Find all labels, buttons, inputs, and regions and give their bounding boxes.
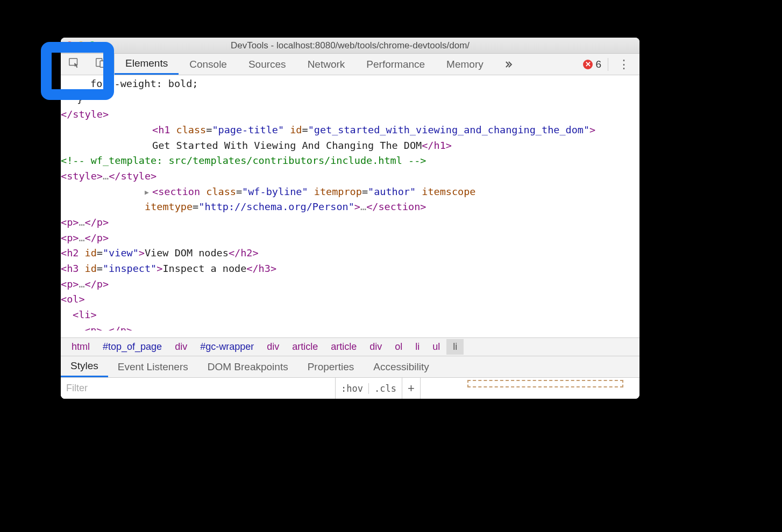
h3-node[interactable]: <h3 id="inspect">Inspect a node</h3> xyxy=(61,261,639,277)
svg-rect-2 xyxy=(100,61,105,67)
close-window-button[interactable] xyxy=(66,41,73,48)
p-node-2[interactable]: ▶<p>…</p> xyxy=(61,231,639,246)
box-model-margin-outline xyxy=(467,380,623,387)
divider xyxy=(608,58,608,71)
inspect-element-icon[interactable] xyxy=(68,57,80,71)
crumb-article-1[interactable]: article xyxy=(286,339,324,355)
crumb-ol[interactable]: ol xyxy=(388,339,409,355)
collapse-icon[interactable]: ▼ xyxy=(65,310,73,321)
tab-performance[interactable]: Performance xyxy=(356,54,436,75)
crumb-div-2[interactable]: div xyxy=(260,339,286,355)
crumb-gc-wrapper[interactable]: #gc-wrapper xyxy=(194,339,260,355)
window-title: DevTools - localhost:8080/web/tools/chro… xyxy=(231,40,470,51)
inspect-tools xyxy=(61,54,115,75)
tab-console[interactable]: Console xyxy=(179,54,238,75)
li-node[interactable]: ▼<li> xyxy=(61,307,639,323)
crumb-div-1[interactable]: div xyxy=(168,339,194,355)
p-node-1[interactable]: ▶<p>…</p> xyxy=(61,215,639,231)
tab-network[interactable]: Network xyxy=(297,54,356,75)
settings-menu-icon[interactable]: ⋮ xyxy=(615,57,633,71)
crumb-li-2[interactable]: li xyxy=(446,339,464,355)
close-style-tag: </style> xyxy=(61,109,109,120)
window-titlebar: DevTools - localhost:8080/web/tools/chro… xyxy=(61,38,639,54)
expand-icon[interactable]: ▶ xyxy=(145,187,152,198)
toolbar-right: ✕ 6 ⋮ xyxy=(583,57,639,71)
tab-dom-breakpoints[interactable]: DOM Breakpoints xyxy=(198,356,298,377)
tab-properties[interactable]: Properties xyxy=(298,356,364,377)
crumb-top-of-page[interactable]: #top_of_page xyxy=(96,339,168,355)
section-node[interactable]: ▶<section class="wf-byline" itemprop="au… xyxy=(61,184,639,215)
tab-memory[interactable]: Memory xyxy=(436,54,494,75)
crumb-li-1[interactable]: li xyxy=(409,339,426,355)
new-style-rule-button[interactable]: + xyxy=(402,378,421,399)
tab-styles[interactable]: Styles xyxy=(61,356,108,377)
tab-accessibility[interactable]: Accessibility xyxy=(364,356,438,377)
error-count: 6 xyxy=(595,59,601,70)
tab-event-listeners[interactable]: Event Listeners xyxy=(108,356,198,377)
device-toolbar-icon[interactable] xyxy=(95,57,106,71)
tab-sources[interactable]: Sources xyxy=(238,54,297,75)
styles-filter-input[interactable] xyxy=(61,378,335,399)
minimize-window-button[interactable] xyxy=(77,41,84,48)
devtools-toolbar: Elements Console Sources Network Perform… xyxy=(61,54,639,75)
zoom-window-button[interactable] xyxy=(89,41,96,48)
panel-tabs: Elements Console Sources Network Perform… xyxy=(115,54,494,75)
crumb-ul[interactable]: ul xyxy=(426,339,446,355)
hov-toggle[interactable]: :hov xyxy=(336,383,368,394)
styles-pane-tabs: Styles Event Listeners DOM Breakpoints P… xyxy=(61,356,639,377)
styles-filter-row: :hov .cls + xyxy=(61,377,639,399)
code-text: font-weight: bold; xyxy=(90,78,198,89)
devtools-window: DevTools - localhost:8080/web/tools/chro… xyxy=(61,38,639,399)
more-tabs-icon[interactable] xyxy=(494,59,522,70)
elements-tree[interactable]: font-weight: bold; } </style> <h1 class=… xyxy=(61,75,639,337)
dom-breadcrumbs: html #top_of_page div #gc-wrapper div ar… xyxy=(61,337,639,356)
p-node-3[interactable]: ▶<p>…</p> xyxy=(61,277,639,292)
error-icon: ✕ xyxy=(583,60,593,69)
nested-p-node[interactable]: ▶<p>…</p> xyxy=(61,323,639,330)
h2-node[interactable]: <h2 id="view">View DOM nodes</h2> xyxy=(61,246,639,261)
h1-node[interactable]: <h1 class="page-title" id="get_started_w… xyxy=(61,123,639,153)
comment-node[interactable]: <!-- wf_template: src/templates/contribu… xyxy=(61,155,426,166)
expand-icon[interactable]: ▶ xyxy=(77,326,84,330)
ol-node[interactable]: ▼<ol> xyxy=(61,292,639,307)
code-text: } xyxy=(77,94,83,105)
traffic-lights xyxy=(66,41,96,48)
crumb-html[interactable]: html xyxy=(65,339,96,355)
tab-elements[interactable]: Elements xyxy=(115,54,179,75)
crumb-div-3[interactable]: div xyxy=(363,339,388,355)
collapsed-style-node[interactable]: ▶<style>…</style> xyxy=(61,169,639,184)
cls-toggle[interactable]: .cls xyxy=(368,383,402,394)
error-indicator[interactable]: ✕ 6 xyxy=(583,59,601,70)
crumb-article-2[interactable]: article xyxy=(324,339,363,355)
